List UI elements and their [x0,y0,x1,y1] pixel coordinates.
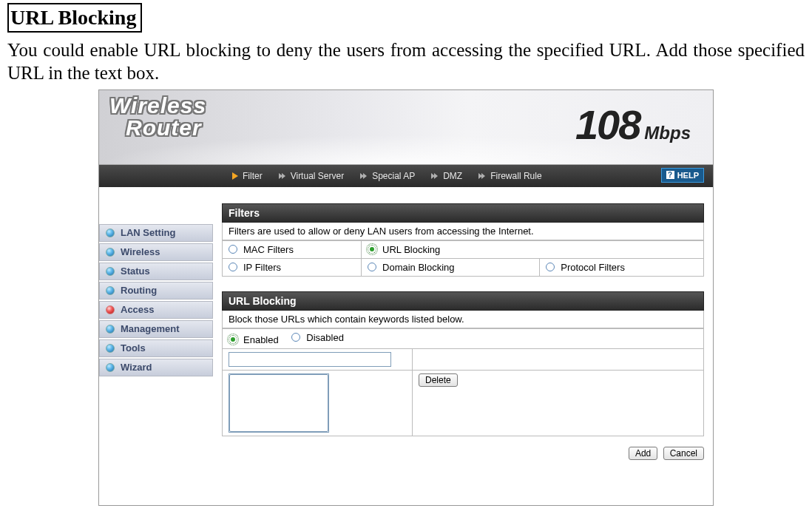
router-admin-screenshot: Wireless Router 108 Mbps Filter Virtual … [98,89,714,506]
sidebar-item-access[interactable]: Access [99,301,213,319]
content-area: Filters Filters are used to allow or den… [213,187,713,505]
radio-icon [368,245,376,254]
subnav-label: Firewall Rule [490,171,541,181]
sidebar: LAN Setting Wireless Status Routing Acce… [99,187,213,505]
sidebar-item-status[interactable]: Status [99,263,213,280]
help-icon: ? [666,171,674,179]
subnav-special-ap[interactable]: Special AP [360,171,415,181]
subnav-label: Filter [243,171,263,181]
subnav-label: DMZ [443,171,462,181]
filter-option-label: Domain Blocking [382,262,455,273]
subnav-virtual-server[interactable]: Virtual Server [279,171,344,181]
doc-description: You could enable URL blocking to deny th… [7,38,805,85]
dot-icon [106,286,115,295]
dot-icon [106,363,115,372]
router-header: Wireless Router 108 Mbps [99,90,713,165]
filters-options-table: MAC Filters URL Blocking [222,240,704,277]
filter-option-label: MAC Filters [243,244,294,255]
delete-button[interactable]: Delete [419,373,458,387]
dot-icon [106,229,115,237]
chevron-double-icon [431,172,439,180]
url-state-enabled[interactable]: Enabled [229,334,279,345]
subnav-dmz[interactable]: DMZ [431,171,462,181]
url-blocking-table: Enabled Disabled [222,328,704,436]
url-panel-title: URL Blocking [222,291,704,311]
chevron-double-icon [478,172,486,180]
sidebar-item-label: Tools [121,342,146,354]
dot-icon [106,267,115,276]
radio-icon [229,335,237,344]
subnav-bar: Filter Virtual Server Special AP DMZ Fir… [99,165,713,187]
subnav-filter[interactable]: Filter [232,171,263,181]
url-panel-desc: Block those URLs which contain keywords … [222,311,704,328]
state-label: Disabled [306,332,344,343]
sidebar-item-management[interactable]: Management [99,320,213,338]
footer-buttons: Add Cancel [222,436,704,460]
doc-heading: URL Blocking [7,3,142,33]
filter-option-label: IP Filters [243,262,281,273]
filter-option-mac[interactable]: MAC Filters [229,244,355,255]
cancel-button[interactable]: Cancel [663,447,704,460]
play-icon [232,172,238,180]
sidebar-item-label: Management [121,323,179,334]
dot-icon [106,344,115,353]
sidebar-item-wizard[interactable]: Wizard [99,359,213,376]
help-label: HELP [677,171,699,180]
speed-unit: Mbps [644,123,691,143]
radio-icon [368,263,376,271]
sidebar-item-lan-setting[interactable]: LAN Setting [99,224,213,242]
sidebar-item-label: Wireless [121,246,160,257]
add-button[interactable]: Add [629,447,657,460]
chevron-double-icon [360,172,368,180]
sidebar-item-tools[interactable]: Tools [99,339,213,357]
brand-logo: Wireless Router [109,95,206,139]
filter-option-url-blocking[interactable]: URL Blocking [368,244,697,255]
sidebar-item-label: Access [121,304,155,315]
sidebar-item-label: Wizard [121,362,152,373]
radio-icon [229,263,237,271]
filter-option-domain[interactable]: Domain Blocking [368,262,533,273]
url-keyword-input[interactable] [229,352,391,367]
subnav-label: Virtual Server [291,171,344,181]
filters-panel-title: Filters [222,203,704,223]
help-button[interactable]: ? HELP [661,168,704,183]
filter-option-label: Protocol Filters [561,262,625,273]
url-state-disabled[interactable]: Disabled [291,332,344,343]
brand-line2: Router [126,117,206,139]
radio-icon [229,245,237,254]
subnav-firewall-rule[interactable]: Firewall Rule [478,171,541,181]
filter-option-label: URL Blocking [382,244,440,255]
sidebar-item-label: Routing [121,285,157,296]
sidebar-item-label: Status [121,266,150,277]
filter-option-protocol[interactable]: Protocol Filters [546,262,697,273]
filters-panel-desc: Filters are used to allow or deny LAN us… [222,223,704,240]
filter-option-ip[interactable]: IP Filters [229,262,355,273]
state-label: Enabled [243,334,279,345]
url-keyword-select[interactable] [229,374,328,432]
url-keyword-listbox[interactable] [229,373,329,433]
chevron-double-icon [279,172,286,180]
radio-icon [546,263,555,271]
radio-icon [291,333,300,342]
sidebar-item-label: LAN Setting [121,227,175,238]
dot-icon [106,305,115,314]
subnav-label: Special AP [372,171,415,181]
sidebar-item-routing[interactable]: Routing [99,282,213,300]
sidebar-item-wireless[interactable]: Wireless [99,243,213,261]
dot-icon [106,325,115,334]
dot-icon [106,248,115,257]
brand-line1: Wireless [109,95,206,117]
